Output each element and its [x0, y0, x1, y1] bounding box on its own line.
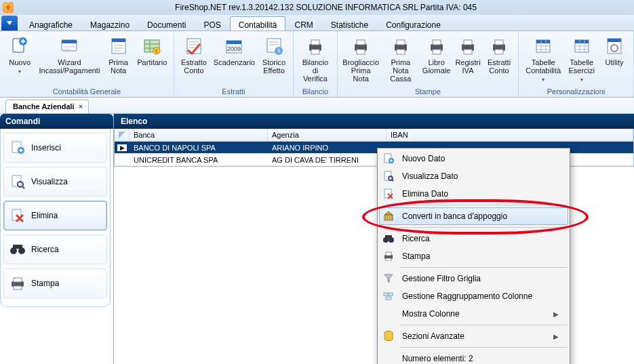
cell-banca: UNICREDIT BANCA SPA [130, 154, 268, 165]
menu-tab-configurazione[interactable]: Configurazione [377, 16, 450, 31]
context-menu-label: Numero elementi: 2 [402, 354, 473, 363]
context-menu-label: Converti in banca d'appoggio [402, 211, 507, 221]
grid-column-headers: Banca Agenzia IBAN [115, 129, 633, 142]
context-menu-item[interactable]: Mostra Colonne▶ [379, 305, 568, 323]
context-menu-label: Mostra Colonne [402, 309, 460, 319]
svg-rect-51 [14, 286, 22, 289]
svg-rect-43 [12, 176, 21, 186]
ribbon-button[interactable]: BrogliaccioPrima Nota [342, 34, 380, 84]
ribbon-button-label: Nuovo ▾ [7, 58, 33, 76]
ribbon-button[interactable]: Utility [599, 34, 629, 85]
context-menu-item[interactable]: Visualizza Dato [379, 167, 568, 185]
app-menu-button[interactable] [1, 16, 18, 31]
menu-tab-statistiche[interactable]: Statistiche [322, 16, 377, 31]
context-menu-label: Gestione Raggruppamento Colonne [402, 291, 532, 301]
menu-tab-crm[interactable]: CRM [285, 16, 321, 31]
svg-rect-63 [386, 258, 391, 261]
menu-tab-magazzino[interactable]: Magazzino [81, 16, 138, 31]
ribbon-button[interactable]: Nuovo ▾ [4, 34, 35, 77]
menu-tab-pos[interactable]: POS [195, 16, 229, 31]
ribbon-button[interactable]: LibroGiornale [421, 34, 452, 84]
menu-strip: Anagrafiche Magazzino Documenti POS Cont… [0, 15, 634, 31]
ribbon-button-label: RegistriIVA [455, 58, 480, 75]
delete-doc-icon [9, 208, 26, 223]
context-menu-item[interactable]: Numero elementi: 2 [379, 350, 568, 364]
ribbon-button-label: Utility [606, 58, 624, 66]
context-menu[interactable]: Nuovo DatoVisualizza DatoElimina DatoCon… [377, 148, 570, 364]
svg-rect-17 [311, 40, 319, 45]
svg-rect-33 [495, 49, 503, 54]
context-menu-label: Elimina Dato [402, 189, 448, 199]
context-menu-item[interactable]: Sezioni Avanzate▶ [379, 327, 568, 345]
ribbon-button[interactable]: Prima NotaCassa [382, 34, 420, 84]
ribbon-group: Bilanciodi VerificaBilancio [294, 31, 338, 97]
context-menu-item[interactable]: Gestione Filtro Griglia [379, 270, 568, 287]
ribbon-button-label: TabelleEsercizi ▾ [568, 58, 596, 84]
svg-rect-27 [433, 49, 441, 54]
menu-tab-anagrafiche[interactable]: Anagrafiche [20, 16, 81, 31]
ribbon-button[interactable]: TabelleEsercizi ▾ [566, 34, 599, 85]
close-icon[interactable]: × [79, 102, 83, 110]
command-label: Visualizza [31, 177, 68, 186]
doc-tab-label: Banche Aziendali [13, 102, 75, 110]
svg-rect-4 [62, 40, 77, 43]
ribbon-button[interactable]: WizardIncassi/Pagamenti [37, 34, 102, 77]
svg-rect-21 [357, 49, 365, 54]
command-item[interactable]: Visualizza [3, 167, 107, 197]
ribbon-button[interactable]: RegistriIVA [453, 34, 483, 84]
ribbon-button[interactable]: 2009Scadenzario [211, 34, 258, 76]
ribbon-button-label: EstrattiConto [488, 58, 511, 75]
column-banca[interactable]: Banca [130, 129, 268, 141]
statement-icon [183, 35, 205, 57]
ribbon-button[interactable]: Bilanciodi Verifica [298, 34, 333, 84]
utility-icon [603, 35, 625, 57]
blank-icon [382, 307, 395, 321]
doc-tab-banche-aziendali[interactable]: Banche Aziendali × [5, 100, 89, 113]
context-menu-label: Visualizza Dato [402, 171, 458, 181]
svg-text:2009: 2009 [227, 45, 241, 52]
svg-rect-60 [385, 235, 392, 239]
ribbon-button[interactable]: StoricoEffetto [259, 34, 289, 76]
ribbon-group: EstrattoConto2009ScadenzarioStoricoEffet… [174, 31, 294, 97]
row-selector-header[interactable] [115, 129, 130, 141]
menu-separator [399, 227, 567, 228]
context-menu-item[interactable]: Ricerca [379, 230, 568, 247]
magnify-doc-icon [9, 174, 26, 189]
history-icon [263, 35, 285, 57]
ribbon-group-caption: Stampe [342, 87, 514, 96]
command-item[interactable]: Elimina [3, 201, 107, 230]
ribbon-button[interactable]: EstrattiConto [484, 34, 514, 84]
menu-tab-contabilita[interactable]: Contabilità [230, 16, 286, 31]
menu-separator [399, 205, 567, 205]
printer-cm-icon [382, 249, 395, 263]
command-label: Inserisci [31, 143, 61, 153]
ribbon-button[interactable]: TabelleContabilità ▾ [523, 34, 564, 85]
ribbon-group-caption: Personalizzazioni [523, 87, 629, 96]
context-menu-label: Gestione Filtro Griglia [402, 274, 481, 283]
context-menu-item[interactable]: Nuovo Dato [379, 150, 568, 167]
context-menu-item[interactable]: Stampa [379, 247, 568, 265]
command-item[interactable]: Inserisci [3, 133, 107, 163]
context-menu-item[interactable]: Elimina Dato [379, 185, 568, 203]
command-item[interactable]: Stampa [3, 268, 107, 298]
ribbon-button-label: Scadenzario [214, 58, 255, 66]
doc-view-icon [382, 169, 395, 183]
svg-rect-29 [464, 40, 472, 45]
svg-rect-6 [112, 39, 125, 42]
column-iban[interactable]: IBAN [387, 129, 633, 141]
context-menu-item[interactable]: Gestione Raggruppamento Colonne [379, 287, 568, 305]
note-icon [108, 35, 130, 57]
command-item[interactable]: Ricerca [3, 235, 107, 264]
context-menu-item[interactable]: Converti in banca d'appoggio [379, 207, 568, 225]
window-title: FireShop.NET rev.1.3.20142.132 SOLUZIONE… [18, 3, 634, 12]
menu-tab-documenti[interactable]: Documenti [138, 16, 195, 31]
ribbon-button[interactable]: €Partitario [135, 34, 170, 77]
calendar-icon: 2009 [223, 35, 245, 57]
title-bar: FireShop.NET rev.1.3.20142.132 SOLUZIONE… [0, 0, 634, 15]
ribbon-button-label: EstrattoConto [181, 58, 207, 75]
ribbon-button[interactable]: PrimaNota [104, 34, 134, 77]
column-agenzia[interactable]: Agenzia [268, 129, 387, 141]
ribbon-button[interactable]: EstrattoConto [178, 34, 210, 76]
menu-separator [399, 347, 567, 348]
menu-separator [399, 325, 567, 325]
